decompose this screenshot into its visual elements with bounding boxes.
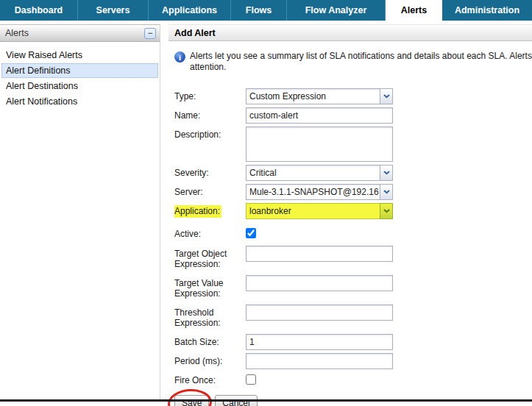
batch-size-input[interactable] bbox=[246, 334, 393, 350]
info-banner: i Alerts let you see a summary list of S… bbox=[169, 41, 532, 73]
tab-applications[interactable]: Applications bbox=[149, 0, 231, 21]
target-object-expression-label: Target Object Expression: bbox=[174, 246, 246, 269]
form-row-active: Active: bbox=[174, 226, 532, 239]
chevron-down-icon[interactable] bbox=[380, 203, 393, 219]
form-row-fire-once: Fire Once: bbox=[174, 372, 532, 385]
bottom-divider bbox=[0, 399, 532, 402]
type-select[interactable]: Custom Expression bbox=[246, 88, 393, 104]
chevron-down-icon[interactable] bbox=[380, 184, 393, 200]
form-row-type: Type: Custom Expression bbox=[174, 88, 532, 104]
severity-label: Severity: bbox=[174, 165, 246, 178]
type-select-value[interactable]: Custom Expression bbox=[246, 88, 380, 104]
type-label: Type: bbox=[174, 88, 246, 102]
form-row-description: Description: bbox=[174, 127, 532, 162]
server-select[interactable]: Mule-3.1.1-SNAPSHOT@192.16 bbox=[246, 184, 393, 200]
server-label: Server: bbox=[174, 184, 246, 197]
application-select-value[interactable]: loanbroker bbox=[246, 203, 380, 219]
application-label: Application: bbox=[174, 203, 246, 216]
collapse-panel-button[interactable]: − bbox=[144, 28, 156, 39]
form-row-period: Period (ms): bbox=[174, 353, 532, 369]
tab-dashboard[interactable]: Dashboard bbox=[0, 0, 78, 21]
name-input[interactable] bbox=[246, 107, 393, 124]
batch-size-label: Batch Size: bbox=[174, 334, 246, 347]
sidebar-item-alert-definitions[interactable]: Alert Definitions bbox=[1, 63, 158, 78]
info-icon: i bbox=[174, 51, 185, 63]
threshold-expression-input[interactable] bbox=[246, 304, 393, 321]
threshold-expression-label: Threshold Expression: bbox=[174, 304, 246, 328]
fire-once-label: Fire Once: bbox=[174, 372, 246, 385]
description-label: Description: bbox=[174, 127, 246, 140]
description-textarea[interactable] bbox=[246, 127, 393, 162]
form-row-application: Application: loanbroker bbox=[174, 203, 532, 219]
info-text: Alerts let you see a summary list of SLA… bbox=[190, 51, 532, 73]
tab-administration[interactable]: Administration bbox=[442, 0, 532, 21]
alerts-sidebar: Alerts − View Raised Alerts Alert Defini… bbox=[0, 24, 160, 399]
top-nav: Dashboard Servers Applications Flows Flo… bbox=[0, 0, 532, 21]
chevron-down-icon[interactable] bbox=[380, 165, 393, 181]
add-alert-form: Type: Custom Expression Name: Descriptio… bbox=[169, 73, 532, 406]
tab-flow-analyzer[interactable]: Flow Analyzer bbox=[287, 0, 386, 21]
form-row-batch-size: Batch Size: bbox=[174, 334, 532, 350]
target-value-expression-label: Target Value Expression: bbox=[174, 275, 246, 299]
period-input[interactable] bbox=[246, 353, 393, 369]
form-row-target-value-expression: Target Value Expression: bbox=[174, 275, 532, 299]
sidebar-list: View Raised Alerts Alert Definitions Ale… bbox=[0, 42, 160, 109]
sidebar-item-view-raised-alerts[interactable]: View Raised Alerts bbox=[1, 48, 158, 63]
application-select[interactable]: loanbroker bbox=[246, 203, 393, 219]
name-label: Name: bbox=[174, 107, 246, 121]
sidebar-item-alert-notifications[interactable]: Alert Notifications bbox=[1, 94, 158, 109]
sidebar-header: Alerts − bbox=[0, 24, 160, 42]
fire-once-checkbox[interactable] bbox=[246, 374, 256, 385]
severity-select[interactable]: Critical bbox=[246, 165, 393, 181]
server-select-value[interactable]: Mule-3.1.1-SNAPSHOT@192.16 bbox=[246, 184, 380, 200]
sidebar-title: Alerts bbox=[5, 28, 29, 38]
target-object-expression-input[interactable] bbox=[246, 246, 393, 262]
main-panel: Add Alert i Alerts let you see a summary… bbox=[169, 24, 532, 399]
form-row-target-object-expression: Target Object Expression: bbox=[174, 246, 532, 269]
target-value-expression-input[interactable] bbox=[246, 275, 393, 291]
chevron-down-icon[interactable] bbox=[380, 88, 393, 104]
tab-alerts[interactable]: Alerts bbox=[386, 0, 442, 21]
tab-flows[interactable]: Flows bbox=[231, 0, 287, 21]
severity-select-value[interactable]: Critical bbox=[246, 165, 380, 181]
page-title: Add Alert bbox=[169, 24, 532, 41]
form-row-threshold-expression: Threshold Expression: bbox=[174, 304, 532, 328]
sidebar-item-alert-destinations[interactable]: Alert Destinations bbox=[1, 79, 158, 93]
active-label: Active: bbox=[174, 226, 246, 239]
form-row-severity: Severity: Critical bbox=[174, 165, 532, 181]
active-checkbox[interactable] bbox=[246, 228, 256, 238]
form-row-server: Server: Mule-3.1.1-SNAPSHOT@192.16 bbox=[174, 184, 532, 200]
form-row-name: Name: bbox=[174, 107, 532, 124]
period-label: Period (ms): bbox=[174, 353, 246, 366]
tab-servers[interactable]: Servers bbox=[78, 0, 149, 21]
